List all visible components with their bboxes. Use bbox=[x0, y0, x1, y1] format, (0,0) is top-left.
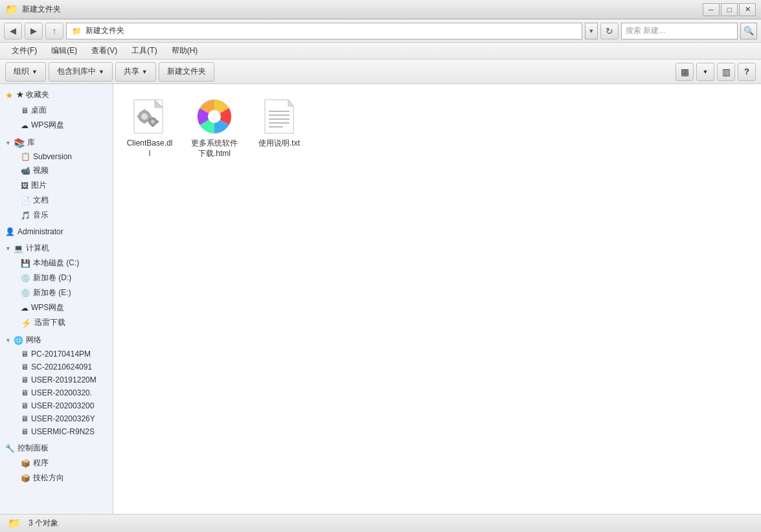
sidebar-admin-item[interactable]: 👤 Administrator bbox=[0, 225, 113, 238]
close-button[interactable]: ✕ bbox=[739, 3, 756, 16]
network-label: 网络 bbox=[26, 335, 41, 346]
sidebar-favorites-section: ★ ★ 收藏夹 🖥 桌面 ☁ WPS网盘 bbox=[0, 87, 113, 133]
sidebar-item-doc[interactable]: 📄 文档 bbox=[0, 193, 113, 208]
sidebar: ★ ★ 收藏夹 🖥 桌面 ☁ WPS网盘 ▼ 📚 库 📋 Subversion bbox=[0, 84, 113, 514]
include-library-button[interactable]: 包含到库中 ▼ bbox=[49, 62, 113, 82]
files-grid: ClientBase.dll bbox=[124, 94, 751, 161]
help-button[interactable]: ? bbox=[738, 63, 756, 81]
file-item-html[interactable]: 更多系统软件下载.html bbox=[188, 94, 240, 161]
sidebar-item-wps[interactable]: ☁ WPS网盘 bbox=[0, 118, 113, 133]
sidebar-disk-c[interactable]: 💾 本地磁盘 (C:) bbox=[0, 256, 113, 271]
sidebar-control-item[interactable]: 🔧 控制面板 bbox=[0, 441, 113, 456]
app-label: 程序 bbox=[33, 458, 49, 469]
thunder-icon: ⚡ bbox=[21, 318, 32, 328]
svg-point-4 bbox=[141, 113, 148, 120]
sidebar-net3[interactable]: 🖥 USER-20191220M bbox=[0, 373, 113, 386]
sidebar-net1[interactable]: 🖥 PC-20170414PM bbox=[0, 348, 113, 360]
new-folder-button[interactable]: 新建文件夹 bbox=[159, 62, 214, 82]
svg-rect-7 bbox=[137, 115, 140, 118]
app2-icon: 📦 bbox=[21, 474, 30, 483]
network-expand-icon: ▼ bbox=[5, 337, 11, 344]
wps2-label: WPS网盘 bbox=[31, 302, 64, 313]
share-dropdown-icon: ▼ bbox=[142, 69, 148, 75]
dll-icon bbox=[130, 97, 169, 136]
sidebar-admin-section: 👤 Administrator bbox=[0, 225, 113, 238]
sidebar-library-section: ▼ 📚 库 📋 Subversion 📹 视频 🖼 图片 📄 文档 🎵 bbox=[0, 135, 113, 223]
net2-icon: 🖥 bbox=[21, 362, 28, 371]
library-label: 库 bbox=[27, 137, 35, 148]
maximize-button[interactable]: □ bbox=[721, 3, 738, 16]
net7-label: USERMIC-R9N2S bbox=[31, 427, 95, 436]
sidebar-disk-d[interactable]: 💿 新加卷 (D:) bbox=[0, 271, 113, 285]
sidebar-thunder[interactable]: ⚡ 迅雷下载 bbox=[0, 315, 113, 330]
refresh-button[interactable]: ↻ bbox=[600, 23, 619, 39]
menu-help[interactable]: 帮助(H) bbox=[165, 44, 205, 58]
status-count: 3 个对象 bbox=[28, 518, 58, 529]
sidebar-library-header[interactable]: ▼ 📚 库 bbox=[0, 135, 113, 150]
sidebar-item-music[interactable]: 🎵 音乐 bbox=[0, 208, 113, 223]
svg-rect-13 bbox=[148, 120, 150, 123]
up-button[interactable]: ↑ bbox=[45, 23, 63, 39]
sidebar-item-desktop[interactable]: 🖥 桌面 bbox=[0, 103, 113, 118]
html-filename: 更多系统软件下载.html bbox=[191, 139, 238, 159]
minimize-button[interactable]: ─ bbox=[703, 3, 720, 16]
address-box[interactable]: 📁 新建文件夹 bbox=[66, 23, 582, 39]
txt-file-svg bbox=[260, 97, 299, 136]
sidebar-item-video[interactable]: 📹 视频 bbox=[0, 163, 113, 178]
search-box[interactable]: 搜索 新建... bbox=[621, 23, 738, 39]
sidebar-network-header[interactable]: ▼ 🌐 网络 bbox=[0, 333, 113, 348]
doc-label: 文档 bbox=[33, 195, 49, 206]
video-label: 视频 bbox=[33, 165, 49, 176]
network-icon: 🌐 bbox=[14, 336, 23, 345]
status-bar: 📁 3 个对象 bbox=[0, 514, 761, 532]
sidebar-net4[interactable]: 🖥 USER-20200320. bbox=[0, 386, 113, 399]
txt-icon bbox=[260, 97, 299, 136]
sidebar-item-image[interactable]: 🖼 图片 bbox=[0, 178, 113, 193]
view-toggle-button[interactable]: ▦ bbox=[676, 63, 694, 81]
music-label: 音乐 bbox=[33, 210, 49, 221]
menu-tools[interactable]: 工具(T) bbox=[125, 44, 163, 58]
sidebar-favorites-header[interactable]: ★ ★ 收藏夹 bbox=[0, 87, 113, 103]
menu-file[interactable]: 文件(F) bbox=[5, 44, 43, 58]
net6-label: USER-20200326Y bbox=[31, 414, 95, 423]
pc-expand-icon: ▼ bbox=[5, 245, 11, 252]
new-folder-label: 新建文件夹 bbox=[167, 66, 206, 77]
menu-edit[interactable]: 编辑(E) bbox=[45, 44, 84, 58]
window-title: 新建文件夹 bbox=[22, 4, 61, 15]
sidebar-item-subversion[interactable]: 📋 Subversion bbox=[0, 150, 113, 163]
sidebar-pc-header[interactable]: ▼ 💻 计算机 bbox=[0, 241, 113, 256]
share-button[interactable]: 共享 ▼ bbox=[115, 62, 156, 82]
pane-toggle-button[interactable]: ▥ bbox=[717, 63, 735, 81]
disk-e-label: 新加卷 (E:) bbox=[33, 287, 71, 298]
forward-button[interactable]: ▶ bbox=[25, 23, 43, 39]
status-folder-icon: 📁 bbox=[8, 517, 21, 529]
sidebar-app-item[interactable]: 📦 程序 bbox=[0, 456, 113, 471]
control-icon: 🔧 bbox=[5, 444, 15, 453]
back-button[interactable]: ◀ bbox=[4, 23, 22, 39]
dll-file-svg bbox=[130, 97, 169, 136]
search-button[interactable]: 🔍 bbox=[740, 23, 757, 39]
sidebar-net7[interactable]: 🖥 USERMIC-R9N2S bbox=[0, 425, 113, 438]
sidebar-disk-e[interactable]: 💿 新加卷 (E:) bbox=[0, 285, 113, 300]
sidebar-wps2[interactable]: ☁ WPS网盘 bbox=[0, 300, 113, 315]
file-item-txt[interactable]: 使用说明.txt bbox=[253, 94, 305, 161]
organize-button[interactable]: 组织 ▼ bbox=[5, 62, 46, 82]
svg-marker-18 bbox=[288, 100, 293, 106]
window-folder-icon: 📁 bbox=[5, 3, 18, 16]
file-item-dll[interactable]: ClientBase.dll bbox=[124, 94, 176, 161]
svg-rect-6 bbox=[143, 121, 146, 124]
net1-icon: 🖥 bbox=[21, 349, 28, 359]
desktop-label: 桌面 bbox=[31, 105, 47, 116]
sidebar-net2[interactable]: 🖥 SC-20210624091 bbox=[0, 360, 113, 373]
menu-view[interactable]: 查看(V) bbox=[85, 44, 124, 58]
include-dropdown-icon: ▼ bbox=[98, 69, 104, 75]
view-dropdown-button[interactable]: ▼ bbox=[696, 63, 714, 81]
music-icon: 🎵 bbox=[21, 211, 30, 220]
sidebar-net5[interactable]: 🖥 USER-202003200 bbox=[0, 399, 113, 412]
control-label: 控制面板 bbox=[17, 443, 49, 454]
library-icon: 📚 bbox=[14, 138, 25, 148]
library-expand-icon: ▼ bbox=[5, 140, 11, 146]
address-dropdown-button[interactable]: ▼ bbox=[585, 23, 598, 39]
sidebar-net6[interactable]: 🖥 USER-20200326Y bbox=[0, 412, 113, 425]
sidebar-app2-item[interactable]: 📦 技松方向 bbox=[0, 471, 113, 485]
